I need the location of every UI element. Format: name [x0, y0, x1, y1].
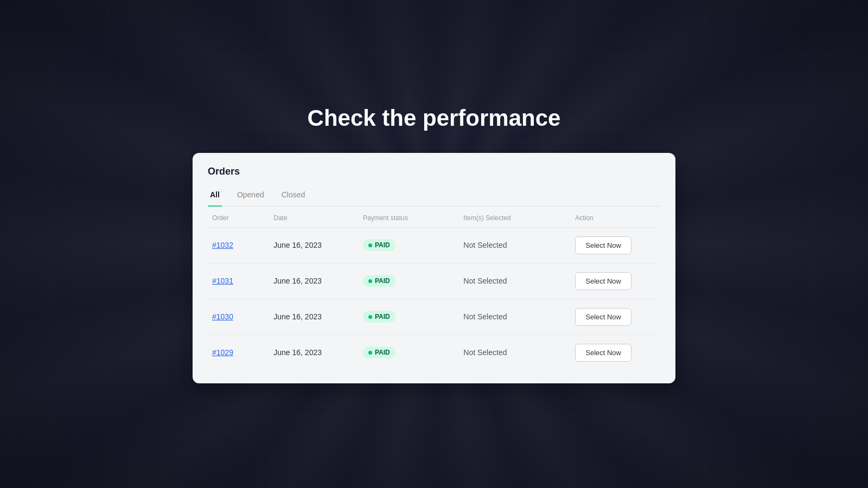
order-link-2[interactable]: #1030	[212, 312, 233, 321]
orders-table: Order Date Payment status Item(s) Select…	[208, 207, 660, 370]
orders-card: Orders All Opened Closed Order Date Paym…	[193, 153, 675, 383]
paid-dot-2	[368, 315, 372, 319]
payment-badge-2: PAID	[363, 311, 395, 323]
col-header-order: Order	[208, 207, 269, 228]
order-date-3: June 16, 2023	[269, 335, 359, 370]
select-now-button-3[interactable]: Select Now	[575, 344, 631, 362]
table-row: #1031 June 16, 2023 PAID Not Selected Se…	[208, 263, 660, 299]
order-date-2: June 16, 2023	[269, 299, 359, 335]
payment-badge-1: PAID	[363, 275, 395, 287]
items-selected-3: Not Selected	[463, 348, 507, 357]
tab-closed[interactable]: Closed	[279, 186, 308, 207]
order-date-1: June 16, 2023	[269, 263, 359, 299]
col-header-items: Item(s) Selected	[459, 207, 571, 228]
items-selected-2: Not Selected	[463, 312, 507, 321]
items-selected-0: Not Selected	[463, 241, 507, 249]
table-row: #1030 June 16, 2023 PAID Not Selected Se…	[208, 299, 660, 335]
select-now-button-0[interactable]: Select Now	[575, 236, 631, 254]
col-header-payment: Payment status	[359, 207, 459, 228]
paid-dot-3	[368, 351, 372, 355]
table-row: #1029 June 16, 2023 PAID Not Selected Se…	[208, 335, 660, 370]
table-row: #1032 June 16, 2023 PAID Not Selected Se…	[208, 227, 660, 263]
order-link-1[interactable]: #1031	[212, 277, 233, 285]
items-selected-1: Not Selected	[463, 277, 507, 285]
select-now-button-2[interactable]: Select Now	[575, 308, 631, 326]
card-title: Orders	[208, 166, 660, 177]
paid-dot-1	[368, 279, 372, 283]
payment-badge-3: PAID	[363, 346, 395, 358]
select-now-button-1[interactable]: Select Now	[575, 272, 631, 290]
order-link-3[interactable]: #1029	[212, 348, 233, 357]
paid-dot-0	[368, 243, 372, 247]
col-header-action: Action	[571, 207, 660, 228]
tab-opened[interactable]: Opened	[235, 186, 266, 207]
tabs-container: All Opened Closed	[208, 186, 660, 207]
order-date-0: June 16, 2023	[269, 227, 359, 263]
tab-all[interactable]: All	[208, 186, 222, 207]
order-link-0[interactable]: #1032	[212, 241, 233, 249]
payment-badge-0: PAID	[363, 239, 395, 251]
page-title: Check the performance	[308, 105, 561, 131]
col-header-date: Date	[269, 207, 359, 228]
